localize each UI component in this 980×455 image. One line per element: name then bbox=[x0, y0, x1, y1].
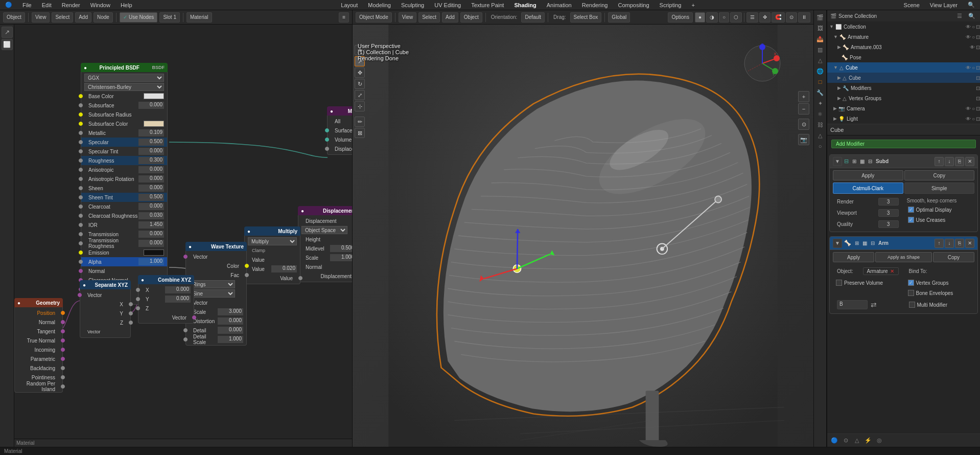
render-menu[interactable]: Render bbox=[60, 2, 82, 8]
quality-value[interactable]: 3 bbox=[878, 220, 899, 228]
modeling-tab[interactable]: Modeling bbox=[366, 2, 393, 8]
vp-object-btn[interactable]: Object bbox=[460, 12, 482, 22]
vp-options-btn[interactable]: Options bbox=[668, 12, 692, 22]
vertex-groups-item[interactable]: ▶ △ Vertex Groups ⊡ bbox=[827, 93, 980, 103]
geometry-node[interactable]: ● Geometry Position Normal Tangent bbox=[14, 298, 63, 393]
combine-xyz-node[interactable]: ● Combine XYZ X 0.000 Y 0.000 bbox=[138, 275, 194, 324]
arm-down-btn[interactable]: ↓ bbox=[945, 239, 954, 248]
shading-tab[interactable]: Shading bbox=[512, 2, 538, 8]
search-btn[interactable]: 🔍 bbox=[966, 2, 977, 8]
bone-envelopes-check[interactable] bbox=[908, 290, 914, 296]
rp-icon3[interactable]: △ bbox=[852, 436, 862, 446]
zoom-in-btn[interactable]: + bbox=[798, 91, 809, 102]
arm-copy-btn[interactable]: Copy bbox=[933, 252, 974, 262]
add-modifier-btn[interactable]: Add Modifier bbox=[831, 140, 976, 148]
vp-object-mode-btn[interactable]: Object Mode bbox=[356, 12, 392, 22]
edit-menu[interactable]: Edit bbox=[40, 2, 54, 8]
move-tool[interactable]: ✥ bbox=[355, 67, 365, 78]
sc-search-btn[interactable]: 🔍 bbox=[967, 11, 977, 21]
principled-bsdf-node[interactable]: ● Principled BSDF BSDF GGX Christensen-B… bbox=[81, 63, 168, 305]
rp-icon5[interactable]: ◎ bbox=[874, 436, 884, 446]
properties-data-btn[interactable]: △ bbox=[815, 130, 825, 141]
vp-gizmo-btn[interactable]: ✥ bbox=[759, 12, 771, 22]
properties-object-btn[interactable]: □ bbox=[815, 77, 825, 87]
arm-apply-btn[interactable]: Apply bbox=[833, 252, 874, 262]
multi-modifier-check[interactable] bbox=[909, 302, 915, 308]
viewport-value[interactable]: 3 bbox=[878, 209, 899, 217]
modifiers-item[interactable]: ▶ 🔧 Modifiers ⊡ bbox=[827, 83, 980, 93]
light-item[interactable]: ▶ 💡 Light 👁 ○ ⊡ bbox=[827, 113, 980, 124]
properties-view-layer-btn[interactable]: ▥ bbox=[815, 44, 825, 55]
subsurface-color-swatch[interactable] bbox=[144, 121, 164, 127]
arm-collapse-btn[interactable]: ▼ bbox=[833, 239, 842, 248]
preserve-volume-check[interactable] bbox=[836, 280, 842, 286]
subd-copy-btn[interactable]: Copy bbox=[904, 170, 975, 180]
collection-item[interactable]: ▼ ⬜ Collection 👁 ○ ⊡ bbox=[827, 21, 980, 32]
box-select-tool[interactable]: ⬜ bbox=[2, 39, 13, 50]
vp-select-box-btn[interactable]: Select Box bbox=[570, 12, 602, 22]
viewport-canvas[interactable]: ✛ ↗ ✥ ↻ ⤢ ⊹ ✏ ⊠ User Perspective (1) Col… bbox=[353, 25, 813, 447]
properties-physics-btn[interactable]: ⚛ bbox=[815, 109, 825, 119]
properties-particle-btn[interactable]: ✦ bbox=[815, 98, 825, 108]
compositing-tab[interactable]: Compositing bbox=[616, 2, 651, 8]
math-type-dropdown[interactable]: Multiply bbox=[248, 237, 297, 245]
zoom-out-btn[interactable]: − bbox=[798, 103, 809, 115]
distribution-dropdown[interactable]: Christensen-Burley bbox=[84, 83, 164, 91]
arm-up-btn[interactable]: ↑ bbox=[935, 239, 944, 248]
properties-render-btn[interactable]: 🖼 bbox=[815, 23, 825, 33]
uv-editing-tab[interactable]: UV Editing bbox=[432, 2, 463, 8]
wave-rings-dropdown[interactable]: Rings bbox=[189, 280, 235, 288]
cube-item[interactable]: ▼ △ Cube 👁 ○ ⊡ bbox=[827, 62, 980, 73]
emission-swatch[interactable] bbox=[144, 249, 164, 256]
ne-use-nodes-btn[interactable]: ✓ Use Nodes bbox=[120, 12, 157, 22]
vp-pause-btn[interactable]: ⏸ bbox=[798, 12, 810, 22]
scripting-tab[interactable]: Scripting bbox=[658, 2, 684, 8]
view-layer-field[interactable]: View Layer bbox=[928, 2, 960, 8]
file-menu[interactable]: File bbox=[20, 2, 34, 8]
vp-snap-btn[interactable]: 🧲 bbox=[772, 12, 785, 22]
wave-texture-node[interactable]: ● Wave Texture Vector Color Fac bbox=[185, 242, 247, 346]
ne-object-btn[interactable]: Object bbox=[3, 12, 25, 22]
properties-scene2-btn[interactable]: △ bbox=[815, 55, 825, 65]
layout-tab[interactable]: Layout bbox=[339, 2, 360, 8]
armature-item[interactable]: ▼ 🦴 Armature 👁 ○ ⊡ bbox=[827, 32, 980, 42]
ne-slot-btn[interactable]: Slot 1 bbox=[159, 12, 180, 22]
window-menu[interactable]: Window bbox=[88, 2, 112, 8]
sc-filter-btn[interactable]: ☰ bbox=[954, 11, 965, 21]
subd-apply-btn[interactable]: Apply bbox=[833, 170, 903, 180]
arm-object-value[interactable]: Armature ✕ bbox=[863, 267, 899, 275]
ne-material-btn[interactable]: Material bbox=[186, 12, 212, 22]
blender-menu[interactable]: 🔵 bbox=[3, 2, 14, 8]
rotate-tool[interactable]: ↻ bbox=[355, 79, 365, 89]
add-workspace[interactable]: + bbox=[689, 2, 696, 8]
properties-constraint-btn[interactable]: ⛓ bbox=[815, 120, 825, 130]
separate-xyz-node[interactable]: ● Separate XYZ Vector X Y bbox=[80, 280, 131, 338]
select-tool[interactable]: ↗ bbox=[2, 27, 13, 38]
texture-paint-tab[interactable]: Texture Paint bbox=[469, 2, 506, 8]
arm-x-btn[interactable]: ✕ bbox=[965, 239, 974, 248]
rp-icon2[interactable]: ⊙ bbox=[841, 436, 851, 446]
material-output-node[interactable]: ● Material Output All Surface Volume bbox=[327, 106, 352, 155]
properties-world-btn[interactable]: 🌐 bbox=[815, 66, 825, 76]
properties-material-btn[interactable]: ○ bbox=[815, 141, 825, 151]
catmull-clark-tab[interactable]: Catmull-Clark bbox=[833, 183, 903, 194]
subd-copy-icon-btn[interactable]: ⎘ bbox=[955, 157, 964, 166]
sculpting-tab[interactable]: Sculpting bbox=[399, 2, 426, 8]
vp-orientation-btn[interactable]: Default bbox=[521, 12, 545, 22]
ne-select-btn[interactable]: Select bbox=[52, 12, 73, 22]
vp-view-btn[interactable]: View bbox=[399, 12, 417, 22]
vp-transform-btn[interactable]: Global bbox=[608, 12, 630, 22]
properties-output-btn[interactable]: 📤 bbox=[815, 34, 825, 44]
scene-field[interactable]: Scene bbox=[902, 2, 922, 8]
view-all-btn[interactable]: ⊙ bbox=[798, 119, 809, 130]
animation-tab[interactable]: Animation bbox=[545, 2, 574, 8]
subd-collapse-btn[interactable]: ▼ bbox=[833, 157, 842, 166]
vp-select-btn[interactable]: Select bbox=[418, 12, 440, 22]
wave-sine-dropdown[interactable]: Sine bbox=[189, 289, 235, 298]
multiply-node[interactable]: ● Multiply Multiply Clamp Value bbox=[244, 226, 300, 284]
transform-tool[interactable]: ⊹ bbox=[355, 101, 365, 111]
disp-space-dropdown[interactable]: Object Space bbox=[301, 226, 347, 234]
subd-down-btn[interactable]: ↓ bbox=[945, 157, 954, 166]
vp-shading-material[interactable]: ◑ bbox=[706, 12, 718, 22]
simple-tab[interactable]: Simple bbox=[904, 183, 975, 194]
